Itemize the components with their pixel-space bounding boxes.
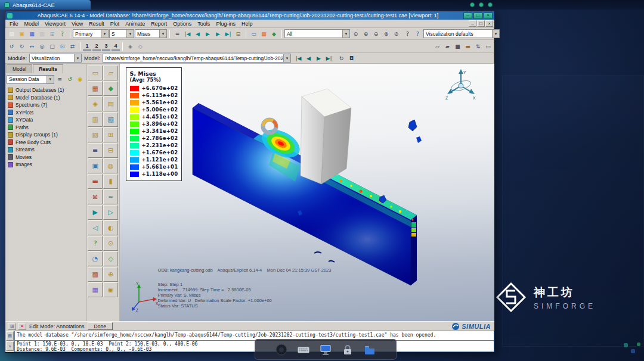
perspective-icon[interactable]: ◈ <box>125 42 135 51</box>
session-tab[interactable]: Abaqus614-CAE <box>0 0 91 10</box>
print-icon[interactable]: ▥ <box>37 29 47 39</box>
contour-legend[interactable]: S, Mises (Avg: 75%) +6.670e+02+6.115e+02… <box>126 67 182 181</box>
toolbox-stream[interactable]: ≈ <box>103 189 118 204</box>
plot-symbols-icon[interactable]: ◆ <box>269 29 279 39</box>
done-button[interactable]: Done <box>88 322 113 330</box>
toolbox-superimpose-options[interactable]: ▥ <box>88 112 103 127</box>
visualization-defaults-combo[interactable]: Visualization defaults ▼ <box>423 29 500 38</box>
parallel-projection-icon[interactable]: ◇ <box>135 42 145 51</box>
menu-view[interactable]: View <box>69 20 86 27</box>
menu-plugins[interactable]: Plug-ins <box>213 20 239 27</box>
toolbox-view-cut[interactable]: ▬ <box>88 174 103 189</box>
first-frame-icon[interactable]: |◀ <box>182 29 193 39</box>
save-model-database-icon[interactable]: ▦ <box>27 29 37 39</box>
tab-model[interactable]: Model <box>7 64 32 73</box>
cutting-tool[interactable] <box>301 89 351 184</box>
session-control-button-2[interactable] <box>479 2 484 7</box>
menu-result[interactable]: Result <box>86 20 107 27</box>
replace-displayed-icon[interactable]: ⊙ <box>351 29 361 39</box>
refresh-odb-icon[interactable]: ↻ <box>336 54 346 63</box>
field-output-dialog-icon[interactable]: ≡ <box>172 29 182 39</box>
sync-viewports-icon[interactable]: ⇅ <box>473 42 483 51</box>
dock-monitor-icon[interactable] <box>318 343 333 357</box>
tree-item[interactable]: Model Database (1) <box>8 94 86 102</box>
menu-report[interactable]: Report <box>148 20 170 27</box>
dock-lock-icon[interactable] <box>340 343 355 357</box>
plot-contours-icon[interactable]: ▦ <box>259 29 269 39</box>
toolbox-view-cut-manager[interactable]: ▮ <box>103 174 118 189</box>
frame-selector-icon[interactable]: ⊟ <box>233 29 243 39</box>
session-control-button-1[interactable] <box>470 2 475 7</box>
toolbox-common-options[interactable]: ▤ <box>103 97 118 111</box>
plot-undeformed-icon[interactable]: ▭ <box>249 29 259 39</box>
viewport-4-button[interactable]: 4 <box>112 42 120 51</box>
model-combo[interactable]: /share/simforge_home/nsccwx/kanglh/Temp-… <box>103 54 291 63</box>
tree-list-icon[interactable]: ≡ <box>55 74 65 84</box>
lock-odb-icon[interactable]: ◘ <box>346 54 357 63</box>
create-viewport-icon[interactable]: ⊞ <box>47 29 57 39</box>
toolbox-symbol-options[interactable]: ▧ <box>88 127 103 142</box>
window-maximize-button[interactable]: □ <box>473 13 482 19</box>
toolbox-material-orientation[interactable]: ◈ <box>88 97 103 111</box>
tab-results[interactable]: Results <box>33 64 63 73</box>
menu-options[interactable]: Options <box>170 20 194 27</box>
toolbox-animate-scale[interactable]: ▷ <box>103 205 118 220</box>
mdi-close-button[interactable]: × <box>485 20 493 27</box>
message-area[interactable]: The model database "/share/simforge_home… <box>14 331 494 341</box>
tree-item[interactable]: Movies <box>8 154 86 161</box>
render-hidden-icon[interactable]: ▰ <box>442 42 453 51</box>
toolbox-query[interactable]: ? <box>88 236 103 251</box>
annotation-delete-icon[interactable]: × <box>18 323 26 330</box>
rotate-view-alt-icon[interactable]: ↻ <box>17 42 27 51</box>
toolbox-field-output[interactable]: ▣ <box>88 158 103 173</box>
next-frame-icon[interactable]: ▶ <box>213 29 223 39</box>
open-database-icon[interactable]: ▣ <box>17 29 27 39</box>
add-displayed-icon[interactable]: ⊕ <box>361 29 371 39</box>
module-combo[interactable]: Visualization ▼ <box>29 54 82 63</box>
tree-item[interactable]: Images <box>8 161 86 169</box>
next-image-icon[interactable]: ▶ <box>314 54 324 63</box>
toolbox-path[interactable]: ◇ <box>103 251 118 266</box>
help-icon[interactable]: ? <box>402 29 413 39</box>
tree-item[interactable]: XYPlots <box>8 109 86 117</box>
last-frame-icon[interactable]: ▶| <box>223 29 233 39</box>
menu-help[interactable]: Help <box>239 20 256 27</box>
viewport-1-button[interactable]: 1 <box>83 42 91 51</box>
toolbox-viewer-options[interactable]: ◉ <box>103 282 118 297</box>
render-shaded-icon[interactable]: ■ <box>453 42 463 51</box>
box-zoom-icon[interactable]: ⊡ <box>57 42 67 51</box>
previous-image-icon[interactable]: ◀ <box>304 54 314 63</box>
intersect-displayed-icon[interactable]: ⊗ <box>381 29 391 39</box>
toolbox-orientation-options[interactable]: ⊞ <box>103 127 118 142</box>
query-icon[interactable]: ? <box>57 29 67 39</box>
field-component-combo[interactable]: Mises ▼ <box>135 29 167 38</box>
field-variable-combo[interactable]: S ▼ <box>109 29 134 38</box>
dock-launcher-icon[interactable] <box>274 343 289 357</box>
tree-item[interactable]: Paths <box>8 124 86 132</box>
play-animation-icon[interactable]: ▶ <box>203 29 213 39</box>
window-titlebar[interactable]: Abaqus/CAE 6.14-4 - Model Database: /sha… <box>5 11 494 20</box>
toolbox-spectrum[interactable]: ▩ <box>88 267 103 282</box>
menu-plot[interactable]: Plot <box>107 20 123 27</box>
menu-model[interactable]: Model <box>21 20 42 27</box>
work-plane-icon[interactable]: ▭ <box>483 42 493 51</box>
annotation-grid-icon[interactable]: ⊞ <box>8 323 16 330</box>
toolbox-frame-selector[interactable]: ⊟ <box>103 143 118 158</box>
toolbox-probe-values[interactable]: ⊙ <box>103 236 118 251</box>
toolbox-result-options[interactable]: ≡ <box>88 143 103 158</box>
toolbox-animation-options[interactable]: ◐ <box>103 220 118 235</box>
command-line-tab[interactable]: » <box>6 341 14 351</box>
dock-keyboard-icon[interactable] <box>296 343 311 357</box>
window-minimize-button[interactable]: – <box>463 13 472 19</box>
toolbox-plot-undeformed[interactable]: ▭ <box>88 66 103 80</box>
toolbox-animate-harmonic[interactable]: ◁ <box>88 220 103 235</box>
window-close-button[interactable]: × <box>484 13 493 19</box>
new-model-database-icon[interactable]: ▤ <box>7 29 17 39</box>
tree-context-combo[interactable]: Session Data ▼ <box>7 75 54 84</box>
zoom-view-icon[interactable]: ◎ <box>37 42 47 51</box>
tree-options-icon[interactable]: ◉ <box>75 74 85 84</box>
mdi-minimize-button[interactable]: – <box>469 20 476 27</box>
viewport-canvas[interactable]: S, Mises (Avg: 75%) +6.670e+02+6.115e+02… <box>120 64 494 321</box>
toolbox-display-group[interactable]: ⊕ <box>103 267 118 282</box>
tree-item[interactable]: Free Body Cuts <box>8 139 86 147</box>
